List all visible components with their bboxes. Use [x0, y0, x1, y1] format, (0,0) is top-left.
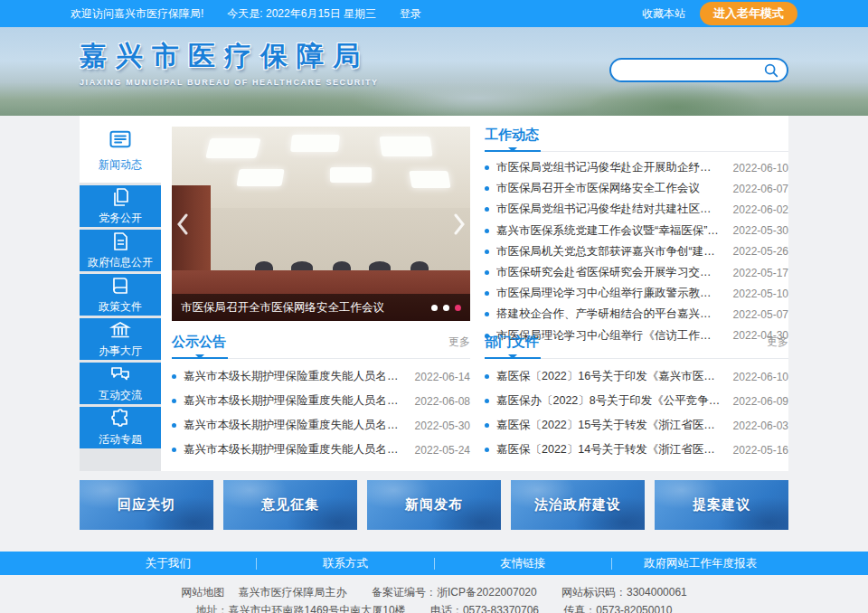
search-box [609, 58, 788, 82]
notice-row[interactable]: 嘉兴市本级长期护理保险重度失能人员名单公示（2...2022-05-30 [172, 413, 470, 438]
sidebar-item-policy-files[interactable]: 政策文件 [80, 274, 161, 316]
phone-text: 电话：0573-83370706 [430, 604, 539, 613]
sidebar-nav: 新闻动态 党务公开 政府信息公开 政策文件 [80, 116, 161, 471]
sidebar-item-special-topics[interactable]: 活动专题 [80, 407, 161, 448]
file-row[interactable]: 嘉医保〔2022〕16号关于印发《嘉兴市医疗保...2022-06-10 [485, 364, 788, 389]
footer-nav-annual-report[interactable]: 政府网站工作年度报表 [612, 556, 788, 571]
sidebar-item-label: 办事大厅 [99, 344, 142, 359]
dept-files-title: 部门文件 [485, 334, 539, 351]
site-title: 嘉兴市医疗保障局 [80, 38, 379, 75]
sidebar-item-gov-info[interactable]: 政府信息公开 [80, 230, 161, 271]
notice-row[interactable]: 嘉兴市本级长期护理保险重度失能人员名单公示（2...2022-06-08 [172, 389, 470, 413]
bullet-icon [485, 250, 489, 254]
site-logo: 嘉兴市医疗保障局 JIAXING MUNICIPAL BUREAU OF HEA… [80, 38, 379, 87]
bullet-icon [485, 448, 489, 452]
puzzle-icon [109, 408, 131, 429]
site-code-text: 网站标识码：3304000061 [561, 586, 687, 599]
carousel-dot-2[interactable] [443, 305, 449, 311]
bullet-icon [485, 207, 489, 212]
bullet-icon [485, 270, 489, 275]
newspaper-icon [108, 127, 133, 152]
footer-nav-about[interactable]: 关于我们 [80, 556, 256, 571]
bullet-icon [485, 229, 489, 233]
search-icon[interactable] [763, 62, 779, 79]
fax-text: 传真：0573-82050010 [563, 604, 672, 613]
quick-link-proposals[interactable]: 提案建议 [655, 480, 788, 530]
sidebar-item-label: 政策文件 [99, 299, 142, 315]
search-input[interactable] [622, 64, 763, 77]
quick-link-rule-of-law[interactable]: 法治政府建设 [511, 480, 645, 530]
bullet-icon [172, 448, 176, 452]
top-bar: 欢迎访问嘉兴市医疗保障局! 今天是: 2022年6月15日 星期三 登录 收藏本… [0, 0, 868, 27]
footer-nav-links[interactable]: 友情链接 [435, 556, 611, 571]
sitemap-link[interactable]: 网站地图 [181, 586, 224, 599]
bullet-icon [485, 291, 489, 296]
notices-more-link[interactable]: 更多 [448, 335, 470, 350]
news-row[interactable]: 市医保局党组书记冯俊华赴企开展助企纾困活动2022-06-10 [485, 157, 788, 178]
sidebar-item-label: 党务公开 [99, 211, 142, 226]
chat-icon [109, 363, 131, 385]
sidebar-item-service-hall[interactable]: 办事大厅 [80, 318, 161, 360]
carousel-next-arrow[interactable] [450, 210, 468, 239]
carousel-dot-1[interactable] [431, 305, 438, 311]
news-row[interactable]: 市医保局召开全市医保网络安全工作会议2022-06-07 [485, 178, 788, 199]
icp-text: 备案证编号：浙ICP备2022007020 [372, 586, 537, 599]
quick-link-respond-concerns[interactable]: 回应关切 [80, 480, 213, 530]
header-banner: 嘉兴市医疗保障局 JIAXING MUNICIPAL BUREAU OF HEA… [0, 27, 868, 116]
notices-title: 公示公告 [172, 334, 226, 351]
favorite-link[interactable]: 收藏本站 [642, 6, 685, 22]
sidebar-item-label: 政府信息公开 [88, 255, 153, 270]
carousel-caption[interactable]: 市医保局召开全市医保网络安全工作会议 [181, 300, 431, 316]
bullet-icon [172, 423, 176, 428]
date-text: 今天是: 2022年6月15日 星期三 [227, 6, 376, 22]
sidebar-item-party-affairs[interactable]: 党务公开 [80, 185, 161, 227]
news-row[interactable]: 市医保研究会赴省医保研究会开展学习交流活动2022-05-17 [485, 262, 788, 283]
bank-icon [109, 319, 131, 341]
quick-links-row: 回应关切 意见征集 新闻发布 法治政府建设 提案建议 [80, 480, 788, 530]
news-row[interactable]: 市医保局理论学习中心组举行廉政警示教育专题学习...2022-05-10 [485, 283, 788, 304]
bullet-icon [485, 374, 489, 379]
footer-info: 网站地图 嘉兴市医疗保障局主办 备案证编号：浙ICP备2022007020 网站… [0, 575, 868, 613]
news-row[interactable]: 搭建校企合作、产学研相结合的平台嘉兴市长期护理...2022-05-07 [485, 304, 788, 325]
bullet-icon [172, 374, 176, 379]
work-news-panel: 工作动态 市医保局党组书记冯俊华赴企开展助企纾困活动2022-06-10 市医保… [485, 127, 788, 321]
bullet-icon [172, 399, 176, 403]
main-content: 新闻动态 党务公开 政府信息公开 政策文件 [80, 116, 788, 471]
site-subtitle: JIAXING MUNICIPAL BUREAU OF HEALTHCARE S… [80, 78, 379, 87]
bullet-icon [485, 423, 489, 428]
sidebar-item-label: 新闻动态 [99, 157, 142, 173]
document-icon [109, 231, 131, 252]
file-row[interactable]: 嘉医保〔2022〕14号关于转发《浙江省医疗保...2022-05-16 [485, 438, 788, 462]
news-carousel[interactable]: 市医保局召开全市医保网络安全工作会议 [172, 127, 470, 321]
news-row[interactable]: 嘉兴市医保系统党建工作会议暨“幸福医保”党建联...2022-05-30 [485, 221, 788, 241]
sidebar-item-news[interactable]: 新闻动态 [80, 116, 161, 183]
notices-panel: 公示公告 更多 嘉兴市本级长期护理保险重度失能人员名单公示（2...2022-0… [172, 334, 470, 462]
sidebar-item-interaction[interactable]: 互动交流 [80, 363, 161, 404]
address-text: 地址：嘉兴市中环南路1469号中南大厦10楼 [196, 604, 406, 613]
bullet-icon [485, 165, 489, 170]
elder-mode-button[interactable]: 进入老年模式 [700, 2, 797, 25]
work-news-title: 工作动态 [485, 127, 539, 144]
carousel-prev-arrow[interactable] [174, 210, 192, 239]
carousel-dot-3[interactable] [455, 305, 461, 311]
pages-icon [109, 186, 131, 208]
file-row[interactable]: 嘉医保办〔2022〕8号关于印发《公平竞争审查...2022-06-09 [485, 389, 788, 413]
quick-link-news-release[interactable]: 新闻发布 [367, 480, 501, 530]
footer-nav-contact[interactable]: 联系方式 [257, 556, 433, 571]
sidebar-item-label: 互动交流 [99, 388, 142, 403]
file-row[interactable]: 嘉医保〔2022〕15号关于转发《浙江省医疗保...2022-06-03 [485, 413, 788, 438]
news-row[interactable]: 市医保局机关党总支部获评嘉兴市争创“建设清廉机...2022-05-26 [485, 241, 788, 262]
footer-line-1: 网站地图 嘉兴市医疗保障局主办 备案证编号：浙ICP备2022007020 网站… [0, 583, 868, 601]
news-row[interactable]: 市医保局党组书记冯俊华赴结对共建社区指导全国文...2022-06-02 [485, 199, 788, 220]
notice-row[interactable]: 嘉兴市本级长期护理保险重度失能人员名单公示（2...2022-06-14 [172, 364, 470, 389]
footer-line-2: 地址：嘉兴市中环南路1469号中南大厦10楼 电话：0573-83370706 … [0, 601, 868, 613]
login-link[interactable]: 登录 [400, 6, 421, 22]
book-icon [109, 275, 131, 297]
bullet-icon [485, 312, 489, 316]
quick-link-opinion-collection[interactable]: 意见征集 [223, 480, 357, 530]
sidebar-item-label: 活动专题 [99, 432, 142, 448]
notice-row[interactable]: 嘉兴市本级长期护理保险重度失能人员名单公示（2...2022-05-24 [172, 438, 470, 462]
carousel-caption-bar: 市医保局召开全市医保网络安全工作会议 [172, 294, 470, 321]
dept-files-more-link[interactable]: 更多 [767, 335, 788, 350]
dept-files-panel: 部门文件 更多 嘉医保〔2022〕16号关于印发《嘉兴市医疗保...2022-0… [485, 334, 788, 462]
